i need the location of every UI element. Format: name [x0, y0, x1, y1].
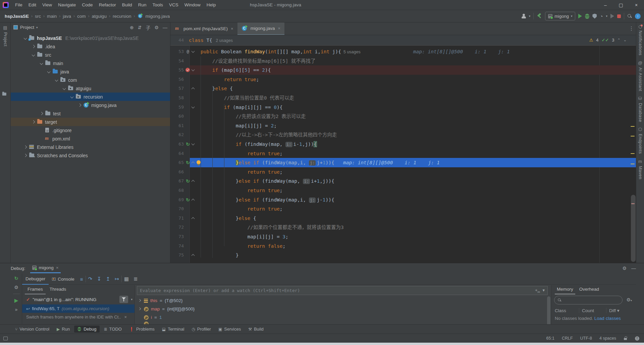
- status-item-65-1[interactable]: 65:1: [546, 336, 554, 341]
- breadcrumb-item[interactable]: main: [47, 14, 57, 19]
- debug-wrench-icon[interactable]: ⚙: [14, 285, 18, 290]
- stripe-item-maven[interactable]: mMaven: [638, 159, 643, 179]
- chevron-down-icon[interactable]: [30, 52, 37, 58]
- memory-tab-overhead[interactable]: Overhead: [577, 285, 601, 294]
- frames-tab-threads[interactable]: Threads: [47, 285, 69, 294]
- close-tab-icon[interactable]: ×: [278, 26, 280, 31]
- code-line-73[interactable]: 73 map[i][j] = 3;: [170, 232, 636, 241]
- project-panel-title[interactable]: Project: [20, 25, 34, 30]
- breadcrumb-item[interactable]: recursion: [113, 14, 131, 19]
- show-execution-point-icon[interactable]: ≡: [78, 276, 86, 282]
- code-line-69[interactable]: 69↻ }else if (findWay(map,i, j:j-1)){: [170, 195, 636, 205]
- thread-selector[interactable]: ✓ "main"@1 in g...ain": RUNNING ▾: [22, 294, 135, 304]
- stop-button[interactable]: [617, 14, 621, 18]
- breadcrumb-item[interactable]: src: [35, 14, 41, 19]
- tree-item-migong-java[interactable]: Cmigong.java: [11, 101, 170, 109]
- toolwindow-button-build[interactable]: ⚒Build: [245, 326, 267, 333]
- code-line-53[interactable]: 53@ public Boolean findWay(int[][] map,i…: [170, 47, 636, 56]
- chevron-down-icon[interactable]: [69, 94, 75, 100]
- tree-item-atguigu[interactable]: atguigu: [11, 84, 170, 93]
- tree-item-scratches-and-consoles[interactable]: Scratches and Consoles: [11, 151, 170, 160]
- code-line-58[interactable]: 58 //如果当前位置是0 代表可以走: [170, 93, 636, 103]
- stripe-item-notifications[interactable]: Notifications: [638, 25, 643, 56]
- breadcrumb-item[interactable]: hspJavaSE: [5, 14, 29, 19]
- memory-header-count[interactable]: Count: [579, 308, 606, 313]
- inspections-widget[interactable]: ⚠ 4 ✓✓ 3 ⌃ ⌄: [589, 38, 627, 43]
- chevron-down-icon[interactable]: [46, 68, 52, 75]
- view-options-icon[interactable]: ≣: [131, 276, 140, 282]
- stripe-item-database[interactable]: ⛁Database: [638, 96, 643, 122]
- menu-edit[interactable]: Edit: [25, 0, 39, 10]
- project-settings-icon[interactable]: ⚙: [154, 25, 159, 30]
- tip-close-icon[interactable]: ×: [124, 314, 127, 320]
- notifications-status-icon[interactable]: !: [635, 336, 639, 341]
- chevron-right-icon[interactable]: [30, 43, 37, 50]
- code-line-65[interactable]: 65↻ }else if (findWay(map,i, j:j+1)){ ma…: [170, 158, 636, 167]
- select-opened-file-icon[interactable]: ⊕: [130, 25, 134, 30]
- variable-row[interactable]: p: [135, 322, 546, 324]
- tree-item-recursion[interactable]: recursion: [11, 93, 170, 101]
- tree-item-java[interactable]: java: [11, 67, 170, 76]
- add-watch-icon[interactable]: +∞ ▾: [535, 288, 545, 294]
- chevron-down-icon[interactable]: [53, 77, 60, 83]
- tree-item-test[interactable]: test: [11, 109, 170, 118]
- editor-scrollbar[interactable]: [631, 195, 636, 262]
- run-configuration-select[interactable]: migong ▾: [545, 12, 575, 20]
- stripe-item-project[interactable]: ▤Project: [3, 25, 8, 46]
- code-line-59[interactable]: 59 if (map[i][j] == 0){: [170, 103, 636, 112]
- close-button[interactable]: ×: [629, 0, 644, 10]
- editor-tab-pom-xml[interactable]: mpom.xml (hspJavaSE)×: [170, 22, 237, 35]
- more-actions-icon[interactable]: »: [15, 307, 18, 312]
- minimize-button[interactable]: –: [598, 0, 613, 10]
- status-item-utf-8[interactable]: UTF-8: [580, 336, 592, 341]
- user-dropdown-icon[interactable]: ▾: [529, 14, 531, 18]
- resume-icon[interactable]: ▶: [14, 298, 18, 303]
- project-view-dropdown-icon[interactable]: ▾: [36, 26, 38, 29]
- run-button[interactable]: [578, 14, 582, 18]
- debugger-tab-debugger[interactable]: Debugger: [22, 274, 49, 285]
- toolwindow-button-version-control[interactable]: ⑂Version Control: [12, 326, 52, 333]
- run-with-coverage-icon[interactable]: [592, 14, 597, 19]
- menu-window[interactable]: Window: [181, 0, 204, 10]
- chevron-right-icon[interactable]: [22, 144, 29, 151]
- code-line-64[interactable]: 64 return true;: [170, 149, 636, 158]
- status-item-crlf[interactable]: CRLF: [562, 336, 573, 341]
- breadcrumb-item[interactable]: atguigu: [92, 14, 107, 19]
- next-problem-icon[interactable]: ⌄: [624, 38, 627, 42]
- chevron-down-icon[interactable]: [61, 85, 68, 92]
- debug-session-tab[interactable]: migong ×: [30, 263, 61, 273]
- memory-header-class[interactable]: Class: [554, 308, 579, 313]
- debug-button[interactable]: [585, 14, 589, 19]
- ide-update-icon[interactable]: ↑: [635, 13, 641, 19]
- collapse-all-icon[interactable]: ⼦: [146, 24, 150, 31]
- toolwindow-button-terminal[interactable]: ⬓Terminal: [159, 326, 187, 333]
- chevron-down-icon[interactable]: [38, 60, 45, 67]
- debug-settings-icon[interactable]: ⚙: [622, 266, 627, 271]
- code-line-68[interactable]: 68 return true;: [170, 186, 636, 195]
- expand-all-icon[interactable]: ⇵: [138, 25, 142, 30]
- tab-options-icon[interactable]: ⋮: [629, 25, 634, 32]
- memory-search-input[interactable]: [554, 296, 623, 304]
- code-line-72[interactable]: 72 //如果四个位置都走不通，就将该位置置为3: [170, 223, 636, 232]
- tree-item-com[interactable]: com: [11, 76, 170, 84]
- evaluate-expression-icon[interactable]: ▦: [122, 276, 131, 282]
- code-editor[interactable]: 53@ public Boolean findWay(int[][] map,i…: [170, 46, 636, 263]
- chevron-right-icon[interactable]: [30, 119, 37, 125]
- menu-build[interactable]: Build: [119, 0, 135, 10]
- stack-frame-item[interactable]: ↩ findWay:65, T (com.atguigu.recursion): [22, 304, 135, 313]
- breadcrumb-item[interactable]: com: [77, 14, 86, 19]
- tree-item--idea[interactable]: .idea: [11, 42, 170, 51]
- editor-tab-migong-java[interactable]: Cmigong.java×: [237, 22, 284, 35]
- run-to-cursor-icon[interactable]: ↦: [112, 276, 121, 282]
- chevron-right-icon[interactable]: [22, 152, 29, 159]
- menu-navigate[interactable]: Navigate: [55, 0, 79, 10]
- tree-item-external-libraries[interactable]: External Libraries: [11, 143, 170, 151]
- breadcrumb-item[interactable]: java: [63, 14, 71, 19]
- menu-refactor[interactable]: Refactor: [96, 0, 119, 10]
- tree-item-src[interactable]: src: [11, 51, 170, 59]
- step-over-icon[interactable]: ↷: [86, 276, 95, 282]
- toolwindow-button-services[interactable]: ▣Services: [215, 326, 244, 333]
- menu-view[interactable]: View: [39, 0, 55, 10]
- hide-debug-icon[interactable]: —: [631, 266, 636, 271]
- code-line-63[interactable]: 63↻ if (findWay(map, i:i-1,j)){: [170, 139, 636, 149]
